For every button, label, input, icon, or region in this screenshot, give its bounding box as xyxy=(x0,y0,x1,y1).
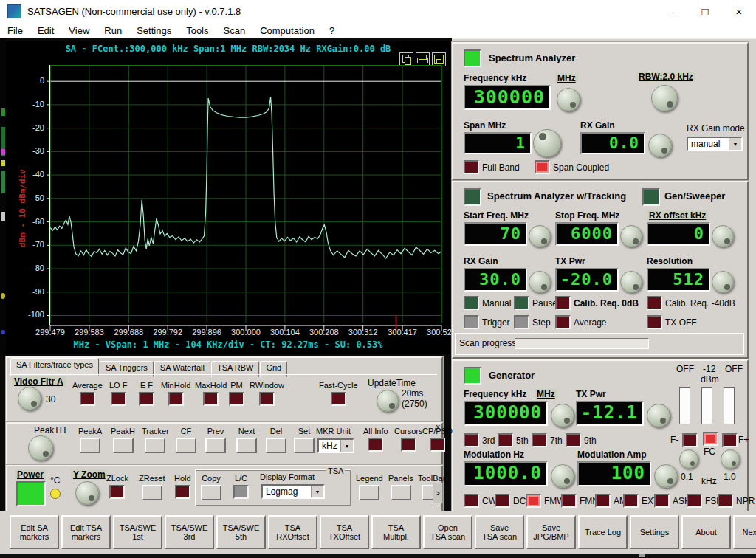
menu-computation[interactable]: Computation xyxy=(252,25,322,36)
average-checkbox[interactable] xyxy=(80,392,95,406)
start-freq-knob[interactable] xyxy=(529,225,551,247)
calib-0db-checkbox[interactable] xyxy=(555,296,571,310)
maxhold-checkbox[interactable] xyxy=(203,392,219,406)
menu-edit[interactable]: Edit xyxy=(30,25,61,36)
gen-txpwr-display[interactable]: -12.1 xyxy=(576,401,644,426)
tsa-txpwr-knob[interactable] xyxy=(620,271,642,293)
tsa-swe-1st-button[interactable]: TSA/SWE 1st xyxy=(113,515,162,549)
save-jpg-bmp-button[interactable]: Save JPG/BMP xyxy=(526,515,576,549)
tsa-txpwr-display[interactable]: -20.0 xyxy=(555,268,619,292)
check-am[interactable]: AM xyxy=(595,494,627,508)
peaka-button[interactable]: PeakA xyxy=(78,427,102,453)
check-calib-0db[interactable]: Calib. Req. 0dB xyxy=(555,296,639,310)
minimize-button[interactable]: – xyxy=(654,0,688,22)
check-cw[interactable]: CW xyxy=(464,494,497,508)
gen-txpwr-knob[interactable] xyxy=(647,404,670,427)
stop-freq-knob[interactable] xyxy=(620,225,642,247)
sa-mhz-toggle[interactable]: MHz xyxy=(555,73,578,83)
rx-gain-mode-select[interactable]: manual ▼ xyxy=(687,137,743,151)
fmn-checkbox[interactable] xyxy=(561,494,577,508)
mod-hz-display[interactable]: 1000.0 xyxy=(464,461,548,486)
stop-freq-display[interactable]: 6000 xyxy=(555,222,619,246)
check-lc[interactable]: L/C xyxy=(233,474,249,499)
all-info-checkbox[interactable] xyxy=(368,438,383,452)
gen-frequency-display[interactable]: 300000 xyxy=(464,401,548,426)
lc-checkbox[interactable] xyxy=(233,485,249,499)
check-5th[interactable]: 5th xyxy=(498,433,529,447)
check-pm[interactable]: PM xyxy=(229,381,244,406)
check-span-coupled[interactable]: Span Coupled xyxy=(535,160,609,174)
prev-button[interactable]: Prev xyxy=(205,427,226,453)
power-toggle[interactable]: Power xyxy=(15,469,46,480)
cp-psd-checkbox[interactable] xyxy=(430,438,445,452)
am-checkbox[interactable] xyxy=(595,494,611,508)
display-format-select[interactable]: Logmag ▼ xyxy=(261,484,325,499)
hold-checkbox[interactable] xyxy=(175,485,190,499)
harmonic-7th-checkbox[interactable] xyxy=(532,433,547,447)
video-filter-knob[interactable] xyxy=(18,387,41,410)
tracker-button[interactable]: Tracker xyxy=(142,427,169,453)
level-slider-left[interactable] xyxy=(679,388,690,424)
span-coupled-checkbox[interactable] xyxy=(535,160,550,174)
fc-checkbox[interactable] xyxy=(703,432,718,446)
resolution-knob[interactable] xyxy=(712,271,734,293)
set-button[interactable]: Set xyxy=(294,427,315,453)
resolution-display[interactable]: 512 xyxy=(647,268,710,292)
f-plus-checkbox[interactable] xyxy=(722,433,738,447)
check-9th[interactable]: 9th xyxy=(566,433,597,447)
copy-button[interactable]: Copy xyxy=(201,474,221,500)
fine-step-left-knob[interactable] xyxy=(679,450,698,469)
dc-checkbox[interactable] xyxy=(495,494,510,508)
menu-settings[interactable]: Settings xyxy=(129,25,179,36)
step-checkbox[interactable] xyxy=(514,315,529,329)
video-filter-toggle[interactable]: Video Fltr A xyxy=(12,376,66,387)
pause-checkbox[interactable] xyxy=(514,296,529,310)
rx-offset-knob[interactable] xyxy=(712,225,734,247)
cw-checkbox[interactable] xyxy=(464,494,479,508)
check-hold[interactable]: Hold xyxy=(174,474,191,499)
sa-rbw-toggle[interactable]: RBW:2.0 kHz xyxy=(636,72,695,82)
peakh-button[interactable]: PeakH xyxy=(111,427,135,453)
fine-step-right-knob[interactable] xyxy=(721,450,740,469)
panel-close-x[interactable]: x xyxy=(436,422,441,431)
trigger-checkbox[interactable] xyxy=(464,315,479,329)
sa-rxgain-display[interactable]: 0.0 xyxy=(580,132,645,154)
update-time-knob[interactable] xyxy=(377,390,399,412)
tx-off-checkbox[interactable] xyxy=(647,315,662,329)
mkr-unit-select[interactable]: kHz ▼ xyxy=(317,438,354,453)
maximize-button[interactable]: □ xyxy=(688,0,722,22)
npr-checkbox[interactable] xyxy=(718,494,733,508)
check-step[interactable]: Step xyxy=(514,315,551,329)
harmonic-9th-checkbox[interactable] xyxy=(566,433,581,447)
tsa-rxgain-knob[interactable] xyxy=(529,271,551,293)
mod-amp-knob[interactable] xyxy=(654,464,678,488)
rx-offset-toggle[interactable]: RX offset kHz xyxy=(647,210,708,221)
generator-enabled-indicator[interactable] xyxy=(464,367,481,385)
check-3rd[interactable]: 3rd xyxy=(464,433,495,447)
ext-checkbox[interactable] xyxy=(623,494,639,508)
trace-log-button[interactable]: Trace Log xyxy=(578,515,628,549)
calib-40db-checkbox[interactable] xyxy=(647,296,662,310)
sa-enabled-indicator[interactable] xyxy=(464,49,481,67)
check-calib-40db[interactable]: Calib. Req. -40dB xyxy=(647,296,735,310)
menu-help[interactable]: ? xyxy=(322,25,342,36)
check-zlock[interactable]: ZLock xyxy=(106,474,128,499)
sa-frequency-display[interactable]: 300000 xyxy=(464,85,551,110)
menu-scan[interactable]: Scan xyxy=(216,25,253,36)
sa-rbw-knob[interactable] xyxy=(651,85,678,111)
manual-checkbox[interactable] xyxy=(464,296,479,310)
mod-amp-display[interactable]: 100 xyxy=(577,461,651,486)
check-npr[interactable]: NPR xyxy=(718,494,755,508)
check-7th[interactable]: 7th xyxy=(532,433,563,447)
check-lo-f[interactable]: LO F xyxy=(109,381,127,406)
legend-button[interactable]: Legend xyxy=(356,474,383,500)
gen-frequency-knob[interactable] xyxy=(551,404,574,427)
menu-tools[interactable]: Tools xyxy=(179,25,216,36)
tsa-rxgain-display[interactable]: 30.0 xyxy=(464,268,527,292)
check-fmn[interactable]: FMN xyxy=(561,494,599,508)
lo-f-checkbox[interactable] xyxy=(111,392,126,406)
e-f-checkbox[interactable] xyxy=(139,392,154,406)
spectrum-chart[interactable] xyxy=(46,65,443,335)
tsa-swe-3rd-button[interactable]: TSA/SWE 3rd xyxy=(165,515,214,549)
f-minus-checkbox[interactable] xyxy=(682,433,698,447)
